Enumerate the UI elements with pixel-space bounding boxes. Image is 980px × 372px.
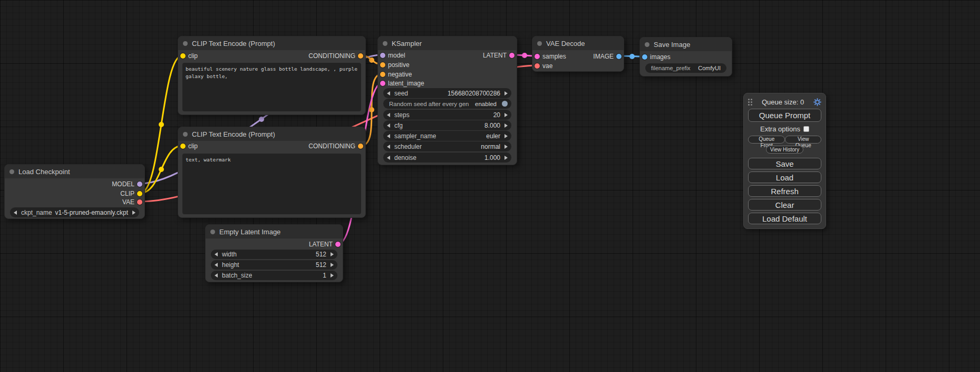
queue-front-button[interactable]: Queue Front xyxy=(748,136,785,144)
output-slot-image[interactable]: IMAGE xyxy=(593,53,622,60)
widget-value: 1.000 xyxy=(484,154,500,161)
node-empty-latent-image[interactable]: Empty Latent Image LATENT width 512 heig… xyxy=(205,224,343,282)
increment-arrow-icon[interactable] xyxy=(331,252,334,256)
output-slot-vae[interactable]: VAE xyxy=(122,198,142,206)
sampler-name-widget[interactable]: sampler_name euler xyxy=(383,131,511,141)
negative-input-dot[interactable] xyxy=(380,72,385,77)
batch-size-widget[interactable]: batch_size 1 xyxy=(211,271,337,280)
scheduler-widget[interactable]: scheduler normal xyxy=(383,141,511,151)
seed-widget[interactable]: seed 156680208700286 xyxy=(383,88,511,98)
conditioning-output-dot[interactable] xyxy=(358,144,363,149)
increment-arrow-icon[interactable] xyxy=(504,134,508,138)
input-slot-negative[interactable]: negative xyxy=(380,71,412,78)
model-output-dot[interactable] xyxy=(137,182,142,187)
node-graph-canvas[interactable]: Load Checkpoint MODEL CLIP VAE ckpt_name… xyxy=(0,0,980,372)
height-widget[interactable]: height 512 xyxy=(211,260,337,270)
ckpt-name-widget[interactable]: ckpt_name v1-5-pruned-emaonly.ckpt xyxy=(10,207,139,217)
output-slot-latent[interactable]: LATENT xyxy=(483,52,515,59)
output-slot-latent[interactable]: LATENT xyxy=(309,241,341,248)
decrement-arrow-icon[interactable] xyxy=(215,252,218,256)
input-slot-images[interactable]: images xyxy=(642,53,671,61)
drag-handle-icon[interactable] xyxy=(748,98,753,106)
denoise-widget[interactable]: denoise 1.000 xyxy=(383,152,511,163)
latent-output-dot[interactable] xyxy=(509,53,515,58)
positive-input-dot[interactable] xyxy=(380,62,385,68)
model-input-dot[interactable] xyxy=(380,53,385,58)
random-seed-toggle-widget[interactable]: Random seed after every gen enabled xyxy=(383,99,511,109)
decrement-arrow-icon[interactable] xyxy=(14,211,17,215)
samples-input-dot[interactable] xyxy=(535,54,540,59)
decrement-arrow-icon[interactable] xyxy=(387,145,390,149)
refresh-button[interactable]: Refresh xyxy=(748,185,821,197)
decrement-arrow-icon[interactable] xyxy=(387,123,390,128)
increment-arrow-icon[interactable] xyxy=(331,263,334,267)
decrement-arrow-icon[interactable] xyxy=(387,156,390,160)
output-slot-clip[interactable]: CLIP xyxy=(120,190,142,197)
node-save-image[interactable]: Save Image images filename_prefix ComfyU… xyxy=(639,37,732,77)
node-title-bar[interactable]: VAE Decode xyxy=(532,36,624,50)
cfg-widget[interactable]: cfg 8.000 xyxy=(383,120,511,130)
increment-arrow-icon[interactable] xyxy=(504,91,508,96)
decrement-arrow-icon[interactable] xyxy=(387,134,390,138)
node-title-bar[interactable]: Empty Latent Image xyxy=(206,225,343,239)
steps-widget[interactable]: steps 20 xyxy=(383,110,511,120)
output-slot-conditioning[interactable]: CONDITIONING xyxy=(308,52,363,60)
decrement-arrow-icon[interactable] xyxy=(387,113,390,117)
increment-arrow-icon[interactable] xyxy=(331,273,334,278)
node-load-checkpoint[interactable]: Load Checkpoint MODEL CLIP VAE ckpt_name… xyxy=(4,164,145,219)
increment-arrow-icon[interactable] xyxy=(504,156,508,160)
decrement-arrow-icon[interactable] xyxy=(215,263,218,267)
latent-image-input-dot[interactable] xyxy=(380,81,385,86)
conditioning-output-dot[interactable] xyxy=(358,53,363,59)
input-slot-clip[interactable]: clip xyxy=(180,52,198,60)
vae-output-dot[interactable] xyxy=(137,199,142,205)
output-slot-model[interactable]: MODEL xyxy=(112,180,142,188)
filename-prefix-widget[interactable]: filename_prefix ComfyUI xyxy=(645,63,726,73)
input-slot-samples[interactable]: samples xyxy=(535,53,566,60)
node-title-bar[interactable]: Load Checkpoint xyxy=(5,165,144,178)
queue-prompt-button[interactable]: Queue Prompt xyxy=(748,109,821,122)
clear-button[interactable]: Clear xyxy=(748,199,821,211)
input-slot-positive[interactable]: positive xyxy=(380,61,410,69)
save-button[interactable]: Save xyxy=(748,158,821,169)
increment-arrow-icon[interactable] xyxy=(504,123,508,128)
load-default-button[interactable]: Load Default xyxy=(748,213,821,224)
decrement-arrow-icon[interactable] xyxy=(387,91,390,96)
increment-arrow-icon[interactable] xyxy=(504,145,508,149)
latent-output-dot[interactable] xyxy=(335,242,341,247)
node-ksampler[interactable]: KSampler model positive negative latent_… xyxy=(377,36,517,165)
input-slot-clip[interactable]: clip xyxy=(180,142,198,150)
node-title-bar[interactable]: CLIP Text Encode (Prompt) xyxy=(178,36,365,50)
widget-label: batch_size xyxy=(222,272,252,279)
node-title: Save Image xyxy=(654,41,690,49)
queue-menu[interactable]: Queue size: 0 Queue Prompt Extra options xyxy=(743,93,826,229)
load-button[interactable]: Load xyxy=(748,171,821,183)
decrement-arrow-icon[interactable] xyxy=(215,273,218,278)
images-input-dot[interactable] xyxy=(642,54,647,60)
negative-prompt-textarea[interactable]: text, watermark xyxy=(182,154,361,214)
positive-prompt-textarea[interactable]: beautiful scenery nature glass bottle la… xyxy=(182,63,361,111)
increment-arrow-icon[interactable] xyxy=(132,211,135,215)
node-vae-decode[interactable]: VAE Decode samples vae IMAGE xyxy=(532,36,624,72)
view-queue-button[interactable]: View Queue xyxy=(785,136,821,144)
input-slot-vae[interactable]: vae xyxy=(535,62,552,70)
input-slot-latent-image[interactable]: latent_image xyxy=(380,80,424,87)
node-title-bar[interactable]: CLIP Text Encode (Prompt) xyxy=(178,127,365,141)
node-title-bar[interactable]: KSampler xyxy=(378,36,517,50)
increment-arrow-icon[interactable] xyxy=(504,113,508,117)
input-slot-model[interactable]: model xyxy=(380,52,405,59)
clip-input-dot[interactable] xyxy=(180,53,186,59)
settings-gear-icon[interactable] xyxy=(813,98,821,106)
node-title-bar[interactable]: Save Image xyxy=(640,37,732,51)
width-widget[interactable]: width 512 xyxy=(211,250,337,259)
node-clip-text-encode-negative[interactable]: CLIP Text Encode (Prompt) clip CONDITION… xyxy=(178,127,366,218)
view-history-button[interactable]: View History xyxy=(766,146,803,154)
clip-output-dot[interactable] xyxy=(137,191,142,196)
vae-input-dot[interactable] xyxy=(535,63,540,69)
output-slot-conditioning[interactable]: CONDITIONING xyxy=(308,142,363,150)
node-clip-text-encode-positive[interactable]: CLIP Text Encode (Prompt) clip CONDITION… xyxy=(178,36,366,115)
toggle-icon[interactable] xyxy=(502,101,508,107)
image-output-dot[interactable] xyxy=(616,54,622,59)
extra-options-checkbox[interactable] xyxy=(803,126,809,132)
clip-input-dot[interactable] xyxy=(180,144,186,149)
